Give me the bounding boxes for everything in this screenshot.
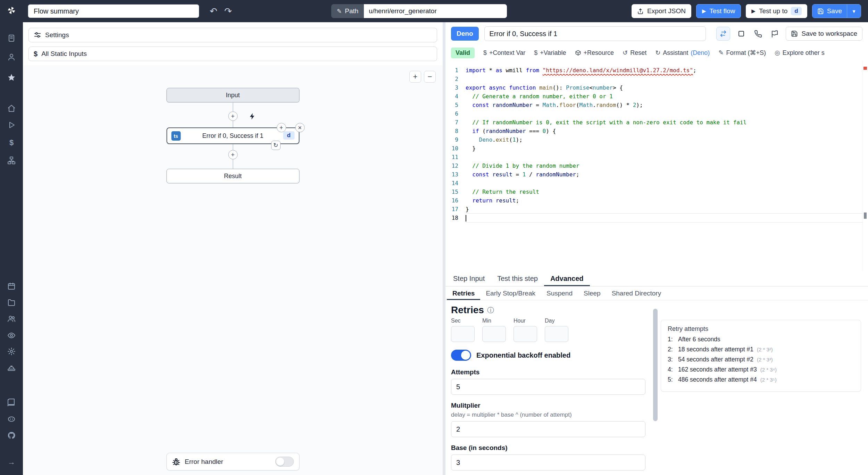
code-line[interactable]: import * as wmill from "https://deno.lan… (466, 66, 868, 75)
explore-scripts-button[interactable]: ◎Explore other s (775, 49, 825, 57)
delete-step-button[interactable]: × (295, 123, 304, 132)
undo-button[interactable]: ↶ (207, 5, 220, 18)
min-input[interactable] (482, 326, 506, 342)
pencil-icon: ✎ (337, 8, 342, 15)
code-line[interactable]: // If randomNumber is 0, exit the script… (466, 118, 868, 127)
code-line[interactable] (466, 75, 868, 83)
call-button[interactable] (752, 28, 763, 39)
result-node-label: Result (224, 173, 242, 180)
fullscreen-button[interactable] (736, 28, 747, 39)
code-line[interactable] (466, 109, 868, 118)
code-line[interactable]: const result = 1 / randomNumber; (466, 170, 868, 179)
groups-users-icon[interactable] (7, 314, 16, 323)
add-context-var-button[interactable]: $+Context Var (483, 49, 525, 57)
flow-summary-input[interactable] (28, 4, 199, 18)
code-line[interactable] (466, 214, 868, 222)
path-input[interactable] (364, 4, 507, 18)
format-button[interactable]: ✎Format (⌘+S) (718, 49, 766, 57)
attempts-input[interactable] (451, 379, 645, 395)
overview-ruler[interactable] (862, 60, 868, 271)
code-line[interactable]: Deno.exit(1); (466, 135, 868, 144)
code-line[interactable]: const randomNumber = Math.floor(Math.ran… (466, 101, 868, 109)
flow-settings-button[interactable]: Settings (28, 28, 437, 42)
subtab-early-stop[interactable]: Early Stop/Break (480, 286, 541, 300)
test-flow-button[interactable]: ▶ Test flow (696, 4, 741, 18)
code-editor[interactable]: 123456789101112131415161718 import * as … (445, 60, 868, 271)
redo-button[interactable]: ↷ (222, 5, 235, 18)
save-dropdown-button[interactable]: ▾ (847, 5, 861, 18)
subtab-sleep[interactable]: Sleep (578, 286, 606, 300)
trigger-bolt-button[interactable] (248, 111, 257, 121)
add-resource-button[interactable]: +Resource (575, 49, 614, 57)
line-number: 12 (445, 161, 466, 170)
insert-step-button[interactable]: + (228, 111, 237, 121)
code-line[interactable]: } (466, 205, 868, 214)
windmill-logo-icon[interactable] (6, 5, 17, 16)
flows-icon[interactable] (7, 156, 16, 165)
line-number: 1 (445, 66, 466, 75)
all-static-inputs-button[interactable]: $ All Static Inputs (28, 47, 437, 61)
workers-icon[interactable] (7, 364, 16, 373)
result-node[interactable]: Result (166, 169, 299, 183)
variables-dollar-icon[interactable]: $ (7, 138, 16, 147)
settings-gear-icon[interactable] (7, 347, 16, 356)
reset-button[interactable]: ↺Reset (623, 49, 646, 57)
sec-input[interactable] (451, 326, 475, 342)
github-icon[interactable] (7, 431, 16, 440)
subtab-shared-directory[interactable]: Shared Directory (606, 286, 667, 300)
subtab-suspend[interactable]: Suspend (541, 286, 578, 300)
tab-advanced[interactable]: Advanced (544, 271, 590, 286)
subtab-retries[interactable]: Retries (447, 286, 480, 300)
retry-indicator-button[interactable]: ↻ (271, 141, 281, 150)
base-input[interactable] (451, 455, 645, 470)
code-line[interactable]: // Generate a random number, either 0 or… (466, 92, 868, 101)
code-line[interactable] (466, 153, 868, 161)
panel-divider[interactable] (443, 22, 445, 475)
code-line[interactable]: // Return the result (466, 188, 868, 196)
exponential-backoff-toggle[interactable] (451, 350, 471, 361)
test-up-to-button[interactable]: ▶ Test up to d (746, 4, 807, 18)
add-branch-button[interactable]: + (277, 123, 286, 132)
add-variable-button[interactable]: $+Variable (534, 49, 566, 57)
hour-input[interactable] (514, 326, 537, 342)
folders-icon[interactable] (7, 298, 16, 307)
multiplier-input[interactable] (451, 421, 645, 437)
save-to-workspace-button[interactable]: Save to workspace (786, 27, 862, 41)
assistant-button[interactable]: ↻Assistant(Deno) (655, 49, 710, 57)
audit-eye-icon[interactable] (7, 331, 16, 340)
zoom-out-button[interactable]: − (424, 71, 436, 83)
step-name-input[interactable] (484, 26, 706, 41)
runs-play-icon[interactable] (7, 120, 16, 130)
scrollbar-thumb[interactable] (653, 309, 658, 421)
tab-step-input[interactable]: Step Input (447, 271, 491, 286)
apps-icon[interactable] (7, 34, 16, 43)
info-icon[interactable]: ⓘ (487, 306, 494, 315)
save-button[interactable]: Save (812, 5, 847, 18)
feedback-button[interactable] (769, 28, 780, 39)
export-json-button[interactable]: Export JSON (632, 4, 691, 18)
collapse-arrow-icon[interactable]: → (7, 458, 16, 467)
star-icon[interactable] (7, 73, 16, 82)
retries-panel: Retries ⓘ Sec Min Hour Day (445, 300, 868, 475)
insert-step-button[interactable]: + (228, 150, 237, 159)
zoom-in-button[interactable]: + (409, 71, 421, 83)
schedules-calendar-icon[interactable] (7, 282, 16, 291)
home-icon[interactable] (7, 104, 16, 113)
language-badge[interactable]: Deno (451, 27, 479, 41)
code-line[interactable]: // Divide 1 by the random number (466, 161, 868, 170)
path-badge[interactable]: ✎ Path (331, 4, 364, 18)
user-icon[interactable] (7, 52, 16, 61)
code-line[interactable]: return result; (466, 196, 868, 205)
code-line[interactable] (466, 179, 868, 188)
docs-book-icon[interactable] (7, 398, 16, 407)
assistant-icon: ↻ (655, 49, 660, 57)
discord-icon[interactable] (7, 415, 16, 424)
input-node[interactable]: Input (166, 88, 299, 102)
tab-test-this-step[interactable]: Test this step (491, 271, 544, 286)
code-line[interactable]: if (randomNumber === 0) { (466, 127, 868, 135)
code-line[interactable]: export async function main(): Promise<nu… (466, 83, 868, 92)
error-handler-toggle[interactable] (275, 457, 294, 467)
code-line[interactable]: } (466, 144, 868, 153)
diff-button[interactable] (716, 27, 730, 41)
day-input[interactable] (545, 326, 568, 342)
